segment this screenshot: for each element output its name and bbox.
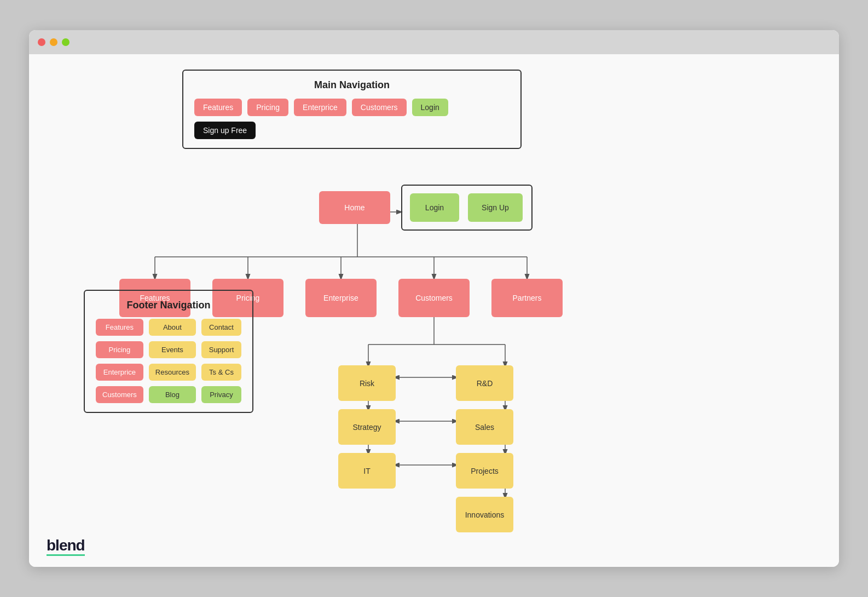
node-sales[interactable]: Sales	[456, 409, 513, 445]
dot-red[interactable]	[38, 38, 45, 46]
node-rd[interactable]: R&D	[456, 365, 513, 401]
main-nav-box: Main Navigation Features Pricing Enterpr…	[182, 70, 522, 149]
node-signup[interactable]: Sign Up	[468, 193, 523, 222]
login-group-box: Login Sign Up	[401, 185, 533, 231]
footer-contact[interactable]: Contact	[201, 319, 241, 336]
footer-privacy[interactable]: Privacy	[201, 386, 241, 403]
browser-titlebar	[29, 30, 839, 54]
main-nav-title: Main Navigation	[194, 79, 510, 91]
footer-features[interactable]: Features	[96, 319, 143, 336]
footer-resources[interactable]: Resources	[149, 364, 196, 381]
node-risk[interactable]: Risk	[338, 365, 396, 401]
nav-customers[interactable]: Customers	[352, 99, 407, 116]
blend-logo: blend	[47, 537, 85, 556]
footer-enterprice[interactable]: Enterprice	[96, 364, 143, 381]
footer-pricing[interactable]: Pricing	[96, 341, 143, 358]
footer-events[interactable]: Events	[149, 341, 196, 358]
node-it[interactable]: IT	[338, 453, 396, 489]
footer-support[interactable]: Support	[201, 341, 241, 358]
node-enterprise[interactable]: Enterprise	[305, 279, 377, 317]
footer-customers[interactable]: Customers	[96, 386, 143, 403]
nav-features[interactable]: Features	[194, 99, 242, 116]
nav-signup[interactable]: Sign up Free	[194, 122, 256, 139]
node-customers[interactable]: Customers	[398, 279, 470, 317]
footer-grid: Features About Contact Pricing Events Su…	[96, 319, 241, 403]
node-innovations[interactable]: Innovations	[456, 497, 513, 532]
browser-window: Main Navigation Features Pricing Enterpr…	[29, 30, 839, 567]
nav-pricing[interactable]: Pricing	[247, 99, 288, 116]
dot-yellow[interactable]	[50, 38, 57, 46]
node-partners[interactable]: Partners	[491, 279, 563, 317]
node-login[interactable]: Login	[410, 193, 459, 222]
footer-nav-box: Footer Navigation Features About Contact…	[84, 290, 253, 413]
footer-about[interactable]: About	[149, 319, 196, 336]
main-nav-items: Features Pricing Enterprice Customers Lo…	[194, 99, 510, 139]
node-home[interactable]: Home	[319, 191, 390, 224]
footer-nav-title: Footer Navigation	[96, 300, 241, 311]
nav-enterprice[interactable]: Enterprice	[294, 99, 346, 116]
node-projects[interactable]: Projects	[456, 453, 513, 489]
footer-tscs[interactable]: Ts & Cs	[201, 364, 241, 381]
dot-green-traffic[interactable]	[62, 38, 70, 46]
nav-login[interactable]: Login	[412, 99, 448, 116]
browser-content: Main Navigation Features Pricing Enterpr…	[29, 54, 839, 567]
footer-blog[interactable]: Blog	[149, 386, 196, 403]
node-strategy[interactable]: Strategy	[338, 409, 396, 445]
